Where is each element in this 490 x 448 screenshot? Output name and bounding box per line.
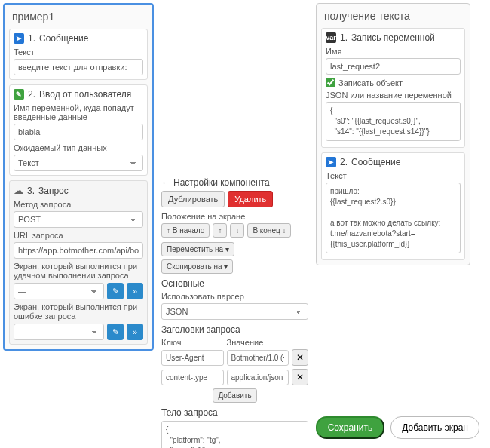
block-num: 3. [27,186,35,196]
block-label: Запись переменной [351,32,435,43]
block-label: Сообщение [351,157,400,167]
method-label: Метод запроса [14,200,143,209]
json-label: JSON или название переменной [326,91,461,100]
block-label: Запрос [38,186,69,196]
block-variable[interactable]: var 1. Запись переменной Имя Записать об… [321,28,465,148]
block-request[interactable]: ☁ 3. Запрос Метод запроса POST URL запро… [9,180,148,345]
text-label: Текст [326,171,461,180]
header-val-input[interactable] [227,350,289,366]
header-key-label: Ключ [161,338,224,347]
data-type-select[interactable]: Текст [14,155,143,171]
arrow-icon: ➤ [326,157,336,167]
main-label: Основные [161,278,308,289]
position-label: Положение на экране [161,212,308,221]
edit-icon[interactable]: ✎ [107,283,124,299]
success-screen-select[interactable]: — [14,283,104,299]
cloud-icon: ☁ [14,185,23,196]
type-label: Ожидаемый тип данных [14,143,143,152]
success-label: Экран, который выполнится при удачном вы… [14,262,143,280]
block-label: Сообщение [39,33,88,44]
url-label: URL запроса [14,231,143,240]
header-row: ✕ [161,349,308,366]
message-text-input[interactable] [14,59,143,75]
block-num: 1. [28,33,35,44]
screen-title: пример1 [9,9,148,24]
header-row: ✕ [161,369,308,385]
settings-title: ←Настройки компонента [161,177,308,188]
edit-icon[interactable]: ✎ [107,324,124,340]
move-up-button[interactable]: ↑ [213,223,227,238]
chevron-down-icon: ▾ [225,245,229,253]
header-val-label: Значение [227,338,289,347]
screen-title: получение текста [321,8,465,23]
add-header-button[interactable]: Добавить [213,388,256,403]
error-screen-select[interactable]: — [14,324,104,340]
remove-header-button[interactable]: ✕ [292,349,308,366]
method-select[interactable]: POST [14,211,143,228]
body-label: Тело запроса [161,407,308,418]
goto-icon[interactable]: » [127,283,143,299]
header-val-input[interactable] [227,370,289,385]
var-name-input[interactable] [326,58,461,75]
move-down-button[interactable]: ↓ [230,223,244,238]
block-userinput[interactable]: ✎ 2. Ввод от пользователя Имя переменной… [9,84,148,176]
add-screen-button[interactable]: Добавить экран [390,416,479,439]
to-start-button[interactable]: ↑ В начало [161,223,210,238]
chevron-down-icon: ▾ [224,262,228,271]
block-num: 1. [340,32,348,43]
block-num: 2. [28,89,35,100]
screen-panel-1: пример1 ➤ 1. Сообщение Текст ✎ 2. Ввод о… [3,3,154,351]
screen-panel-2: получение текста var 1. Запись переменно… [316,3,470,265]
move-to-button[interactable]: Переместить на ▾ [161,242,234,256]
error-label: Экран, который выполнится при ошибке зап… [14,302,143,321]
name-label: Имя [326,47,461,56]
request-body-textarea[interactable]: { "platform": "tg", "users": [ "{{lastUp… [161,421,308,448]
arrow-icon: ➤ [14,33,24,44]
copy-to-button[interactable]: Скопировать на ▾ [161,259,233,274]
block-message[interactable]: ➤ 1. Сообщение Текст [9,29,148,80]
write-object-checkbox[interactable]: Записать объект [326,78,461,87]
json-textarea[interactable]: { "s0": "{{last_request.s0}}", "s14": "{… [326,102,461,141]
save-button[interactable]: Сохранить [316,416,385,439]
footer-actions: Сохранить Добавить экран [316,416,479,439]
delete-button[interactable]: Удалить [228,191,273,207]
var-name-input[interactable] [14,124,143,140]
header-key-input[interactable] [161,350,224,366]
duplicate-button[interactable]: Дублировать [161,191,225,207]
block-label: Ввод от пользователя [39,89,131,100]
var-icon: var [326,32,336,43]
component-settings: ←Настройки компонента Дублировать Удалит… [161,173,308,448]
url-input[interactable] [14,242,143,259]
message-text-textarea[interactable]: пришло: {{last_request2.s0}} а вот так м… [326,183,461,253]
var-label: Имя переменной, куда попадут введенные д… [14,103,143,121]
parser-label: Использовать парсер [161,292,308,301]
goto-icon[interactable]: » [127,324,143,340]
to-end-button[interactable]: В конец ↓ [247,223,291,238]
headers-label: Заголовки запроса [161,324,308,335]
parser-select[interactable]: JSON [161,303,308,320]
input-icon: ✎ [14,89,24,100]
block-num: 2. [340,157,348,167]
back-icon[interactable]: ← [161,177,170,188]
header-key-input[interactable] [161,370,224,385]
block-message[interactable]: ➤ 2. Сообщение Текст пришло: {{last_requ… [321,152,465,260]
remove-header-button[interactable]: ✕ [292,369,308,385]
text-label: Текст [14,48,143,57]
